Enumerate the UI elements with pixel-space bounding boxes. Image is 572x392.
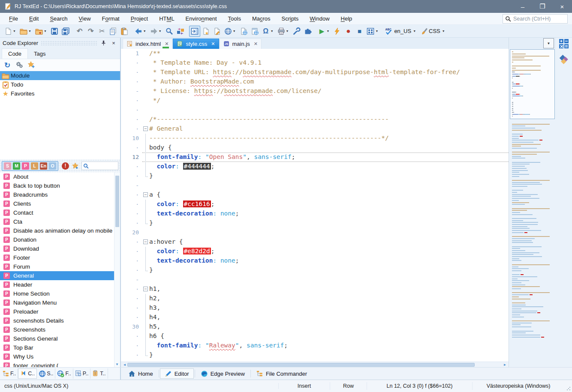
record-macro-button[interactable]: ●	[343, 26, 354, 37]
dropdown-arrow-icon[interactable]: ▼	[232, 30, 236, 33]
menu-window[interactable]: Window	[304, 13, 335, 24]
stop-button[interactable]: ■	[354, 26, 365, 37]
section-scrollbar[interactable]: ▼	[114, 172, 120, 367]
add-favorite-icon[interactable]	[72, 162, 79, 170]
cut-button[interactable]: ✂	[96, 26, 108, 37]
document-tab-index.html[interactable]: index.html✕	[123, 39, 172, 49]
scroll-right-icon[interactable]: ►	[502, 363, 508, 367]
code-line[interactable]: ·h6 {	[121, 332, 509, 341]
open-favorites-button[interactable]: ♥▼	[33, 26, 49, 37]
code-line[interactable]: · * Template Name: Day - v4.9.1	[121, 58, 509, 68]
fold-toggle-icon[interactable]: –	[143, 126, 148, 131]
format-document-button[interactable]	[211, 26, 223, 37]
section-item[interactable]: PForum	[0, 262, 114, 271]
code-text[interactable]: h6 {	[149, 332, 509, 341]
code-line[interactable]: · text-decoration: none;	[121, 209, 509, 218]
code-line[interactable]: ·h3,	[121, 303, 509, 313]
menu-help[interactable]: Help	[335, 13, 358, 24]
filter-badge-m[interactable]: M	[13, 162, 20, 170]
section-item[interactable]: PNavigation Menu	[0, 298, 114, 307]
fold-toggle-icon[interactable]: –	[143, 192, 148, 197]
menu-project[interactable]: Project	[125, 13, 154, 24]
code-text[interactable]: * Template Name: Day - v4.9.1	[149, 58, 509, 68]
code-line[interactable]: 20	[121, 228, 509, 237]
code-text[interactable]: a:hover {	[149, 237, 509, 247]
spell-check-button[interactable]: ABCen_US▼	[383, 26, 418, 37]
code-text[interactable]: text-decoration: none;	[149, 256, 509, 266]
dropdown-arrow-icon[interactable]: ▼	[442, 30, 446, 33]
code-line[interactable]: 12 font-family: "Open Sans", sans-serif;	[121, 153, 509, 162]
code-text[interactable]: h2,	[149, 294, 509, 303]
new-file-button[interactable]: ▼	[3, 26, 18, 37]
code-text[interactable]: h5,	[149, 322, 509, 332]
section-item[interactable]: PWhy Us	[0, 352, 114, 361]
section-item[interactable]: PClients	[0, 199, 114, 208]
section-item[interactable]: PScreenshots	[0, 325, 114, 334]
tree-item-todo[interactable]: Todo	[0, 80, 120, 89]
code-line[interactable]: · * Author: BootstrapMade.com	[121, 77, 509, 87]
close-tab-icon[interactable]: ✕	[211, 41, 215, 47]
menu-environment[interactable]: Environment	[180, 13, 223, 24]
code-text[interactable]: }	[149, 171, 509, 181]
fold-toggle-icon[interactable]: –	[143, 239, 148, 244]
code-line[interactable]: - * License: https://bootstrapmade.com/l…	[121, 87, 509, 96]
filter-badge-o[interactable]: O	[49, 162, 56, 170]
code-line[interactable]: · color: #444444;	[121, 162, 509, 171]
tree-item-favorites[interactable]: ★Favorites	[0, 89, 120, 98]
code-text[interactable]: color: #cc1616;	[149, 200, 509, 209]
minimap-viewport[interactable]	[510, 49, 555, 119]
code-line[interactable]: · text-decoration: none;	[121, 256, 509, 266]
section-item[interactable]: PBack to top button	[0, 181, 114, 190]
view-tab-home[interactable]: Home	[123, 368, 158, 379]
global-search-box[interactable]	[503, 14, 568, 24]
code-text[interactable]: */	[149, 96, 509, 105]
code-text[interactable]: text-decoration: none;	[149, 209, 509, 218]
code-line[interactable]: ·}	[121, 266, 509, 275]
view-tab-edge-preview[interactable]: Edge Preview	[196, 368, 250, 379]
dropdown-arrow-icon[interactable]: ▼	[286, 30, 289, 33]
section-item[interactable]: PBreadcrumbs	[0, 190, 114, 199]
menu-format[interactable]: Format	[96, 13, 125, 24]
menu-tools[interactable]: Tools	[223, 13, 247, 24]
code-text[interactable]: h1,	[149, 284, 509, 294]
dropdown-arrow-icon[interactable]: ▼	[326, 30, 330, 33]
filter-badge-s[interactable]: S	[4, 162, 11, 170]
menu-html[interactable]: HTML	[154, 13, 180, 24]
settings-button[interactable]	[15, 61, 23, 70]
dropdown-arrow-icon[interactable]: ▼	[375, 30, 379, 33]
code-line[interactable]: -	[121, 275, 509, 284]
file-compare-button[interactable]	[175, 26, 186, 37]
code-line[interactable]: · font-family: "Raleway", sans-serif;	[121, 341, 509, 350]
pin-icon[interactable]	[99, 39, 107, 47]
dropdown-arrow-icon[interactable]: ▼	[412, 30, 416, 33]
panel-tab-code-arrows[interactable]: C..	[18, 368, 37, 379]
print-button[interactable]: ▼	[276, 26, 291, 37]
code-text[interactable]: color: #e82d2d;	[149, 247, 509, 256]
code-text[interactable]	[149, 275, 509, 284]
code-line[interactable]: 1/**	[121, 49, 509, 58]
validate-document-button[interactable]: ★	[200, 26, 211, 37]
preview-in-browser-button[interactable]	[238, 26, 249, 37]
document-tab-style.css[interactable]: cssstyle.css✕	[173, 39, 219, 49]
tools-button[interactable]	[291, 26, 302, 37]
code-line[interactable]: ·body {	[121, 143, 509, 153]
search-input[interactable]	[513, 16, 560, 22]
open-in-browser-button[interactable]: ▼	[223, 26, 238, 37]
panel-layout-button[interactable]: ▼	[365, 26, 380, 37]
section-item[interactable]: Pfooter .copyright {	[0, 361, 114, 367]
code-text[interactable]	[149, 181, 509, 190]
minimize-button[interactable]: –	[513, 0, 533, 13]
code-text[interactable]: font-family: "Open Sans", sans-serif;	[149, 153, 509, 162]
code-text[interactable]: * Template URL: https://bootstrapmade.co…	[149, 68, 509, 77]
code-line[interactable]: ·–a:hover {	[121, 237, 509, 247]
redo-button[interactable]: ↷	[85, 26, 96, 37]
save-all-button[interactable]	[60, 26, 71, 37]
refresh-button[interactable]: ↻	[3, 61, 11, 70]
code-line[interactable]: ·/*-------------------------------------…	[121, 115, 509, 124]
code-line[interactable]: ·–# General	[121, 124, 509, 134]
resize-grip[interactable]	[564, 380, 572, 392]
code-editor[interactable]: 1/**· * Template Name: Day - v4.9.1· * T…	[121, 49, 509, 362]
code-text[interactable]: # General	[149, 124, 509, 134]
tree-item-module[interactable]: Module	[0, 71, 120, 80]
scroll-down-icon[interactable]: ▼	[115, 362, 119, 366]
